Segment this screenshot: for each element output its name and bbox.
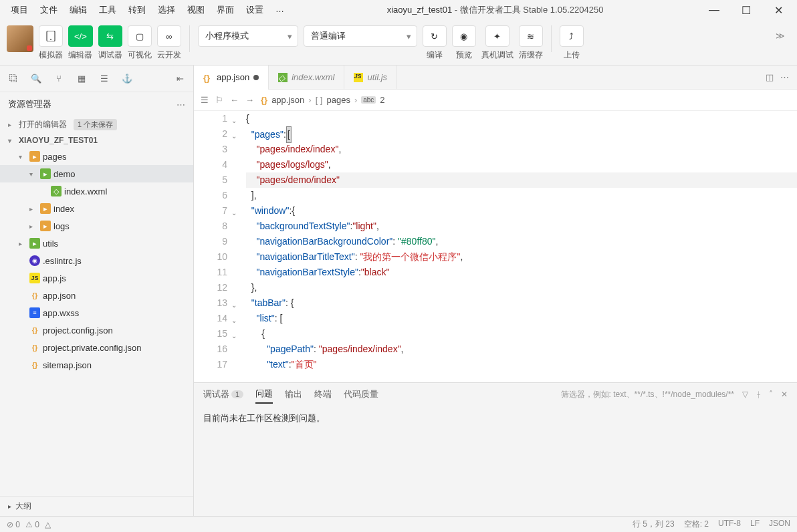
editor-tab[interactable]: JSutil.js bbox=[344, 65, 397, 90]
real-debug-button[interactable]: ✦ bbox=[485, 25, 509, 47]
editor-tab[interactable]: ◇index.wxml bbox=[269, 65, 344, 90]
compile-label: 编译 bbox=[427, 49, 443, 61]
tree-item[interactable]: ▾▸pages bbox=[0, 148, 193, 165]
ext-icon[interactable]: ▦ bbox=[75, 72, 88, 86]
panel-tab[interactable]: 问题 bbox=[255, 385, 273, 404]
folder-g-icon: ▸ bbox=[40, 168, 51, 179]
folder-g-icon: ▸ bbox=[29, 238, 40, 249]
tree-item[interactable]: ▾▸demo bbox=[0, 165, 193, 182]
editor-button[interactable]: </> bbox=[68, 25, 93, 47]
filter-icon[interactable]: ▽ bbox=[742, 390, 748, 399]
tree-item[interactable]: {}sitemap.json bbox=[0, 356, 193, 374]
code-editor[interactable]: 1⌄2⌄34567⌄8910111213⌄14⌄15⌄1617 { "pages… bbox=[194, 111, 797, 382]
json-icon: {} bbox=[29, 360, 40, 370]
bc-back-icon[interactable]: ← bbox=[230, 95, 239, 105]
compile-button[interactable]: ↻ bbox=[423, 25, 447, 47]
tree-item[interactable]: {}app.json bbox=[0, 287, 193, 304]
cloud-button[interactable]: ∞ bbox=[157, 25, 181, 47]
upload-label: 上传 bbox=[564, 49, 580, 61]
tree-item[interactable]: ▸▸index bbox=[0, 200, 193, 217]
avatar[interactable] bbox=[7, 25, 33, 52]
folder-icon: ▸ bbox=[40, 221, 51, 231]
menu-item[interactable]: 视图 bbox=[182, 1, 210, 19]
toolbar-overflow-icon[interactable]: ≫ bbox=[770, 25, 790, 46]
panel-filter-placeholder[interactable]: 筛选器，例如: text、**/*.ts、!**/node_modules/** bbox=[561, 389, 734, 400]
status-item[interactable]: △ bbox=[45, 520, 51, 529]
tree-item[interactable]: ≡app.wxss bbox=[0, 304, 193, 321]
menu-item[interactable]: 选择 bbox=[152, 1, 181, 19]
bc-file[interactable]: app.json bbox=[271, 95, 304, 105]
search-icon[interactable]: 🔍 bbox=[29, 72, 43, 86]
status-item[interactable]: UTF-8 bbox=[718, 519, 741, 530]
tree-item[interactable]: {}project.config.json bbox=[0, 321, 193, 339]
tree-item[interactable]: {}project.private.config.json bbox=[0, 339, 193, 356]
tab-more-icon[interactable]: ⋯ bbox=[780, 72, 789, 82]
docker-icon[interactable]: ⚓ bbox=[120, 72, 134, 86]
menu-item[interactable]: 转到 bbox=[123, 1, 151, 19]
open-editors-section[interactable]: ▸打开的编辑器 1 个未保存 bbox=[0, 116, 193, 133]
clear-cache-button[interactable]: ≋ bbox=[519, 25, 543, 47]
menu-item[interactable]: … bbox=[270, 1, 290, 19]
visualize-button[interactable]: ▢ bbox=[128, 25, 152, 47]
cloud-label: 云开发 bbox=[157, 49, 181, 61]
preview-button[interactable]: ◉ bbox=[452, 25, 476, 47]
status-item[interactable]: LF bbox=[750, 519, 760, 530]
minimize-button[interactable]: ― bbox=[701, 1, 727, 19]
menu-item[interactable]: 工具 bbox=[94, 1, 122, 19]
svg-point-1 bbox=[50, 39, 51, 40]
panel-close-icon[interactable]: ✕ bbox=[781, 390, 788, 399]
folder-icon: ▸ bbox=[29, 151, 40, 162]
status-item[interactable]: 空格: 2 bbox=[684, 519, 709, 530]
json-icon: {} bbox=[29, 342, 40, 353]
bc-forward-icon[interactable]: → bbox=[245, 95, 254, 105]
menu-item[interactable]: 设置 bbox=[241, 1, 269, 19]
tree-item[interactable]: ◇index.wxml bbox=[0, 182, 193, 200]
json-icon: {} bbox=[29, 325, 40, 336]
menu-item[interactable]: 编辑 bbox=[64, 1, 92, 19]
bc-segment[interactable]: pages bbox=[326, 95, 350, 105]
debugger-button[interactable]: ⇆ bbox=[98, 25, 122, 47]
panel-collapse-icon[interactable]: ˄ bbox=[769, 390, 773, 399]
bc-list-icon[interactable]: ☰ bbox=[201, 95, 209, 105]
tree-item[interactable]: ▸▸logs bbox=[0, 217, 193, 235]
menu-item[interactable]: 项目 bbox=[5, 1, 33, 19]
status-item[interactable]: ⚠ 0 bbox=[25, 520, 39, 529]
split-editor-icon[interactable]: ◫ bbox=[766, 72, 774, 82]
files-icon[interactable]: ⿻ bbox=[7, 72, 20, 86]
upload-button[interactable]: ⤴ bbox=[560, 25, 584, 47]
editor-tab[interactable]: {}app.json bbox=[194, 65, 269, 90]
status-item[interactable]: 行 5，列 23 bbox=[633, 519, 675, 530]
panel-settings-icon[interactable]: ⟊ bbox=[756, 390, 761, 399]
mode-select[interactable]: 小程序模式 bbox=[198, 25, 298, 47]
panel-tab[interactable]: 终端 bbox=[314, 386, 332, 403]
panel-tab[interactable]: 代码质量 bbox=[344, 386, 378, 403]
status-item[interactable]: ⊘ 0 bbox=[7, 520, 20, 529]
tree-item[interactable]: ◉.eslintrc.js bbox=[0, 252, 193, 269]
git-icon[interactable]: ⑂ bbox=[52, 72, 66, 86]
outline-section[interactable]: ▸大纲 bbox=[0, 496, 193, 516]
main-toolbar: 模拟器 </>编辑器 ⇆调试器 ▢可视化 ∞云开发 小程序模式 普通编译 ↻编译… bbox=[0, 20, 797, 65]
simulator-button[interactable] bbox=[39, 25, 63, 47]
explorer-more-icon[interactable]: ⋯ bbox=[177, 100, 185, 110]
panel-tab[interactable]: 输出 bbox=[285, 386, 302, 403]
tree-item-label: project.private.config.json bbox=[43, 343, 141, 353]
close-button[interactable]: ✕ bbox=[765, 1, 792, 19]
compile-mode-select[interactable]: 普通编译 bbox=[304, 25, 417, 47]
sidebar: ⿻ 🔍 ⑂ ▦ ☰ ⚓ ⇤ 资源管理器 ⋯ ▸打开的编辑器 1 个未保存 ▾XI… bbox=[0, 65, 194, 516]
maximize-button[interactable]: ☐ bbox=[733, 1, 760, 19]
menu-item[interactable]: 文件 bbox=[35, 1, 63, 19]
menu-item[interactable]: 界面 bbox=[211, 1, 239, 19]
db-icon[interactable]: ☰ bbox=[98, 72, 111, 86]
collapse-icon[interactable]: ⇤ bbox=[173, 72, 187, 86]
tree-item[interactable]: JSapp.js bbox=[0, 269, 193, 287]
bc-index[interactable]: 2 bbox=[380, 95, 384, 105]
tree-item-label: pages bbox=[43, 152, 66, 162]
tree-item[interactable]: ▸▸utils bbox=[0, 235, 193, 252]
wxml-icon: ◇ bbox=[51, 186, 62, 196]
panel-tab[interactable]: 调试器1 bbox=[203, 386, 243, 403]
status-item[interactable]: JSON bbox=[769, 519, 790, 530]
project-section[interactable]: ▾XIAOYU_ZF_TEST01 bbox=[0, 133, 193, 148]
real-debug-label: 真机调试 bbox=[481, 49, 514, 61]
bc-bookmark-icon[interactable]: ⚐ bbox=[215, 95, 223, 105]
tree-item-label: demo bbox=[53, 169, 76, 179]
